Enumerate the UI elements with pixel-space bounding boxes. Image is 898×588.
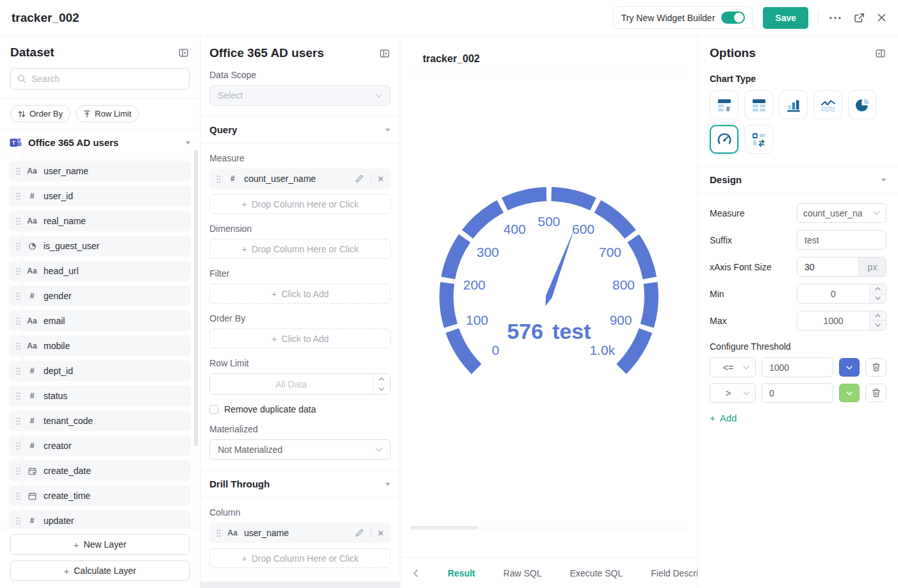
field-item-status[interactable]: #status — [9, 386, 191, 406]
chevron-down-icon[interactable] — [185, 141, 191, 145]
remove-icon[interactable]: ✕ — [377, 528, 384, 538]
field-item-dept_id[interactable]: #dept_id — [9, 361, 191, 381]
order-by-pill[interactable]: Order By — [10, 105, 70, 122]
threshold-op-select[interactable]: > — [710, 383, 756, 403]
query-section-header[interactable]: Query — [200, 116, 400, 143]
vertical-scrollbar[interactable] — [194, 150, 198, 446]
close-icon[interactable] — [876, 12, 887, 23]
stepper-down-icon[interactable] — [870, 320, 886, 330]
field-item-user_id[interactable]: #user_id — [9, 186, 191, 206]
stepper-up-icon[interactable] — [870, 284, 886, 293]
chart-type-gauge[interactable] — [710, 125, 739, 154]
stepper-up-icon[interactable] — [373, 374, 390, 384]
dedupe-checkbox[interactable] — [209, 405, 218, 414]
edit-pencil-icon[interactable] — [354, 173, 365, 184]
horizontal-scrollbar[interactable] — [200, 582, 400, 588]
row-limit-stepper — [372, 374, 390, 394]
field-item-user_name[interactable]: Aauser_name — [9, 161, 191, 181]
save-button[interactable]: Save — [763, 7, 808, 29]
drag-handle-icon[interactable] — [216, 529, 221, 537]
collapse-panel-icon[interactable] — [379, 47, 391, 60]
filter-add-zone[interactable]: +Click to Add — [209, 284, 391, 304]
drag-handle-icon[interactable] — [16, 292, 20, 300]
measure-dropzone[interactable]: +Drop Column Here or Click — [209, 194, 391, 214]
materialized-select[interactable]: Not Materialized — [209, 439, 391, 460]
order-by-add-zone[interactable]: +Click to Add — [209, 329, 391, 348]
chart-type-table[interactable] — [744, 90, 773, 119]
drag-handle-icon[interactable] — [16, 342, 20, 350]
tab-raw-sql[interactable]: Raw SQL — [503, 568, 542, 578]
drag-handle-icon[interactable] — [16, 467, 20, 475]
share-icon[interactable] — [852, 11, 867, 25]
field-item-gender[interactable]: #gender — [9, 286, 191, 306]
remove-icon[interactable]: ✕ — [377, 174, 384, 184]
tab-execute-sql[interactable]: Execute SQL — [570, 568, 623, 578]
chart-type-kpi-table[interactable]: # — [710, 90, 739, 119]
row-limit-input[interactable] — [210, 374, 372, 394]
drill-column-dropzone[interactable]: +Drop Column Here or Click — [209, 548, 391, 568]
new-layer-button[interactable]: +New Layer — [10, 534, 190, 555]
chart-type-bar[interactable] — [779, 90, 808, 119]
tab-field-descripti[interactable]: Field Descripti — [651, 568, 698, 578]
drag-handle-icon[interactable] — [16, 242, 20, 250]
widget-builder-toggle[interactable] — [721, 12, 745, 24]
drag-handle-icon[interactable] — [16, 392, 20, 400]
threshold-color-button[interactable] — [839, 358, 860, 377]
suffix-input[interactable] — [797, 230, 886, 250]
drag-handle-icon[interactable] — [16, 217, 20, 225]
chart-type-pie[interactable] — [848, 90, 877, 119]
drag-handle-icon[interactable] — [16, 517, 20, 525]
max-input[interactable] — [797, 311, 869, 330]
tab-result[interactable]: Result — [448, 568, 475, 578]
dimension-dropzone[interactable]: +Drop Column Here or Click — [209, 239, 391, 259]
add-threshold-button[interactable]: +Add — [710, 412, 886, 423]
field-item-create_time[interactable]: create_time — [9, 486, 191, 506]
field-item-create_date[interactable]: create_date — [9, 461, 191, 481]
drag-handle-icon[interactable] — [16, 267, 20, 275]
drag-handle-icon[interactable] — [216, 175, 221, 183]
field-item-head_url[interactable]: Aahead_url — [9, 261, 191, 281]
field-item-creator[interactable]: #creator — [9, 436, 191, 456]
field-item-tenant_code[interactable]: #tenant_code — [9, 411, 191, 431]
stepper-down-icon[interactable] — [373, 384, 390, 394]
measure-chip[interactable]: # count_user_name ✕ — [209, 168, 391, 189]
collapse-panel-icon[interactable] — [874, 47, 886, 60]
data-scope-select[interactable]: Select — [209, 85, 391, 106]
drag-handle-icon[interactable] — [16, 192, 20, 200]
drag-handle-icon[interactable] — [16, 367, 20, 375]
drag-handle-icon[interactable] — [16, 167, 20, 176]
chart-type-line[interactable] — [813, 90, 842, 119]
field-item-email[interactable]: Aaemail — [9, 311, 191, 331]
stepper-down-icon[interactable] — [870, 293, 886, 303]
chevron-left-icon[interactable] — [412, 568, 420, 578]
drill-through-section-header[interactable]: Drill Through — [200, 470, 400, 498]
drill-column-chip[interactable]: Aa user_name ✕ — [209, 523, 391, 543]
search-input[interactable] — [31, 74, 183, 84]
row-limit-pill[interactable]: Row Limit — [76, 105, 139, 122]
min-input[interactable] — [797, 284, 869, 303]
threshold-delete-button[interactable] — [865, 358, 886, 377]
threshold-value-input[interactable] — [762, 383, 833, 403]
threshold-value-input[interactable] — [762, 357, 833, 377]
field-item-mobile[interactable]: Aamobile — [9, 336, 191, 356]
design-section-header[interactable]: Design — [698, 166, 898, 193]
xaxis-font-size-input[interactable] — [797, 257, 858, 276]
drag-handle-icon[interactable] — [16, 317, 20, 325]
threshold-op-select[interactable]: <= — [710, 357, 756, 377]
threshold-delete-button[interactable] — [865, 384, 886, 402]
dataset-item[interactable]: T Office 365 AD users — [0, 129, 200, 156]
collapse-panel-icon[interactable] — [177, 47, 190, 59]
field-item-updater[interactable]: #updater — [9, 510, 191, 528]
threshold-color-button[interactable] — [839, 384, 860, 402]
drag-handle-icon[interactable] — [16, 417, 20, 425]
field-item-real_name[interactable]: Aareal_name — [9, 211, 191, 231]
stepper-up-icon[interactable] — [870, 311, 886, 320]
drag-handle-icon[interactable] — [16, 492, 20, 500]
drag-handle-icon[interactable] — [16, 442, 20, 450]
chart-type-custom-layout[interactable] — [744, 125, 773, 154]
edit-pencil-icon[interactable] — [354, 527, 365, 539]
more-options-icon[interactable] — [828, 15, 842, 20]
field-item-is_guest_user[interactable]: is_guest_user — [9, 236, 191, 256]
calculate-layer-button[interactable]: +Calculate Layer — [10, 560, 190, 581]
measure-select[interactable]: count_user_na — [797, 203, 886, 223]
